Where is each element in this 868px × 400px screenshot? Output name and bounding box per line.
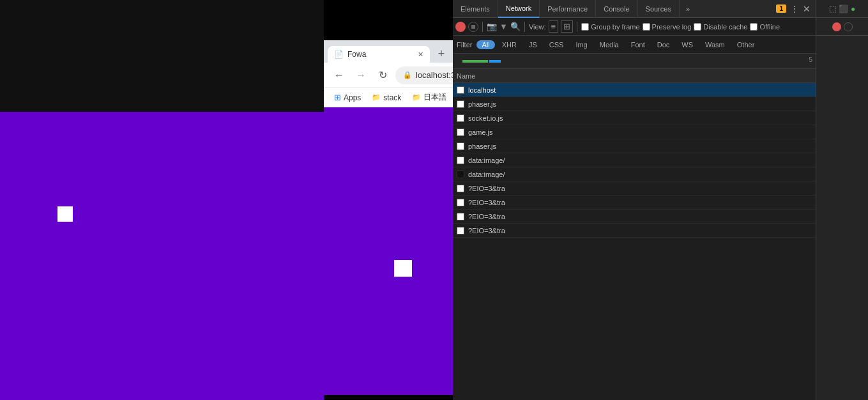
net-row-gamejs[interactable]: game.js [453, 125, 816, 139]
back-button[interactable]: ← [330, 66, 348, 84]
net-row-socketio[interactable]: socket.io.js [453, 111, 816, 125]
view-list-icon[interactable]: ≡ [549, 20, 559, 33]
apps-icon: ⊞ [334, 93, 341, 102]
devtools-tab-right-icons: 1 ⋮ ✕ [776, 4, 816, 14]
camera-icon[interactable]: 📷 [487, 22, 497, 31]
filter-label: Filter [457, 41, 472, 49]
more-options-icon[interactable]: ⋮ [790, 4, 799, 14]
left-background [0, 0, 324, 400]
right-stop-btn[interactable] [844, 22, 853, 31]
separator-1 [482, 22, 483, 32]
filter-js[interactable]: JS [524, 40, 542, 49]
devtools-main: Elements Network Performance Console Sou… [453, 0, 816, 400]
browser-tab-active[interactable]: 📄 Fowa ✕ [328, 46, 430, 63]
net-row-eio1[interactable]: ?EIO=3&tra [453, 181, 816, 196]
net-row-name-1: phaser.js [468, 100, 496, 108]
disable-cache-checkbox[interactable] [694, 23, 701, 31]
net-row-checkbox-0 [457, 86, 464, 94]
network-toolbar: 📷 ▼ 🔍 View: ≡ ⊞ Group by frame Preserve … [453, 18, 816, 36]
disable-cache-checkbox-label[interactable]: Disable cache [694, 23, 747, 31]
right-panel-icon-1[interactable]: ⬚ [829, 4, 836, 13]
net-row-checkbox-8 [457, 199, 464, 206]
net-row-checkbox-10 [457, 227, 464, 235]
filter-icon[interactable]: ▼ [499, 22, 508, 31]
separator-3 [577, 22, 577, 32]
devtools-tab-elements[interactable]: Elements [453, 0, 498, 18]
forward-button[interactable]: → [352, 66, 370, 84]
japanese-label: 日本語 [423, 92, 446, 103]
name-header-text: Name [457, 72, 475, 80]
net-row-checkbox-1 [457, 100, 464, 108]
right-panel-icon-3[interactable]: ● [851, 4, 855, 13]
close-devtools-icon[interactable]: ✕ [803, 4, 811, 14]
filter-font[interactable]: Font [626, 40, 650, 49]
tab-favicon: 📄 [334, 50, 344, 59]
net-row-eio3[interactable]: ?EIO=3&tra [453, 210, 816, 224]
devtools-tab-sources[interactable]: Sources [638, 0, 680, 18]
right-record-btn[interactable] [832, 22, 841, 31]
offline-checkbox-label[interactable]: Offline [750, 23, 780, 31]
stack-icon: 📁 [372, 93, 381, 102]
net-row-dataimage2[interactable]: data:image/ [453, 167, 816, 181]
view-tree-icon[interactable]: ⊞ [561, 20, 573, 33]
preserve-log-checkbox[interactable] [643, 23, 650, 31]
net-row-name-6: data:image/ [468, 171, 505, 178]
bookmark-apps[interactable]: ⊞ Apps [329, 91, 366, 104]
net-row-name-9: ?EIO=3&tra [468, 213, 505, 220]
net-row-name-3: game.js [468, 128, 493, 136]
network-list: localhost phaser.js socket.io.js game.js… [453, 83, 816, 400]
filter-other[interactable]: Other [732, 40, 760, 49]
network-filter-bar: Filter All XHR JS CSS Img Media Font Doc… [453, 36, 816, 54]
network-name-header: Name [453, 69, 816, 83]
net-row-checkbox-7 [457, 185, 464, 192]
net-row-checkbox-6 [457, 171, 464, 178]
stop-button[interactable] [468, 22, 478, 32]
record-button[interactable] [455, 22, 466, 32]
tab-title: Fowa [347, 50, 366, 59]
group-by-frame-checkbox[interactable] [581, 23, 589, 31]
net-row-phaserjs2[interactable]: phaser.js [453, 139, 816, 153]
devtools-tab-console[interactable]: Console [596, 0, 637, 18]
group-by-frame-checkbox-label[interactable]: Group by frame [581, 23, 639, 31]
net-row-eio4[interactable]: ?EIO=3&tra [453, 224, 816, 238]
right-panel-icon-2[interactable]: ⬛ [839, 4, 848, 13]
filter-doc[interactable]: Doc [652, 40, 675, 49]
filter-xhr[interactable]: XHR [497, 40, 522, 49]
new-tab-button[interactable]: + [432, 45, 450, 63]
left-purple-area [0, 112, 324, 400]
tab-close[interactable]: ✕ [418, 50, 423, 59]
right-panel-top: ⬚ ⬛ ● [816, 0, 868, 18]
net-row-checkbox-4 [457, 142, 464, 150]
net-row-localhost[interactable]: localhost [453, 83, 816, 97]
timeline-bar-green [462, 60, 488, 63]
filter-wasm[interactable]: Wasm [700, 40, 730, 49]
bookmark-japanese[interactable]: 📁 日本語 [407, 90, 452, 105]
net-row-name-8: ?EIO=3&tra [468, 199, 505, 206]
japanese-icon: 📁 [412, 93, 421, 102]
refresh-button[interactable]: ↻ [374, 66, 392, 84]
devtools-tab-more[interactable]: » [680, 0, 696, 18]
filter-ws[interactable]: WS [676, 40, 698, 49]
devtools-tabbar: Elements Network Performance Console Sou… [453, 0, 816, 18]
filter-css[interactable]: CSS [544, 40, 569, 49]
filter-all[interactable]: All [476, 40, 494, 49]
net-row-dataimage1[interactable]: data:image/ [453, 153, 816, 167]
preserve-log-checkbox-label[interactable]: Preserve log [643, 23, 692, 31]
devtools-tab-performance[interactable]: Performance [540, 0, 596, 18]
filter-img[interactable]: Img [570, 40, 592, 49]
net-row-name-5: data:image/ [468, 157, 505, 164]
network-timeline: 5 [453, 54, 816, 69]
bookmark-stack[interactable]: 📁 stack [367, 91, 406, 104]
net-row-checkbox-5 [457, 157, 464, 164]
timeline-number: 5 [809, 56, 812, 63]
devtools-tab-network[interactable]: Network [498, 0, 540, 18]
search-icon[interactable]: 🔍 [510, 22, 521, 31]
net-row-eio2[interactable]: ?EIO=3&tra [453, 196, 816, 210]
filter-media[interactable]: Media [595, 40, 624, 49]
net-row-name-10: ?EIO=3&tra [468, 227, 505, 235]
net-row-name-2: socket.io.js [468, 114, 503, 122]
offline-checkbox[interactable] [750, 23, 758, 31]
view-label: View: [529, 23, 546, 31]
net-row-phaserjs1[interactable]: phaser.js [453, 97, 816, 111]
devtools-right-panel: ⬚ ⬛ ● [816, 0, 868, 400]
